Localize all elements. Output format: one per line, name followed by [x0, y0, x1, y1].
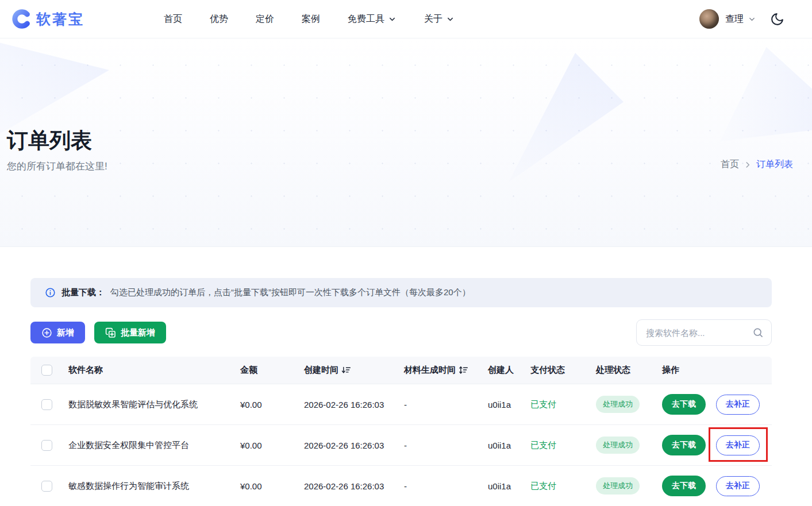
col-header-material-time-label: 材料生成时间: [404, 365, 456, 376]
add-button[interactable]: 新增: [30, 322, 85, 343]
navbar: 软著宝 首页 优势 定价 案例 免费工具 关于 查理: [0, 0, 812, 38]
search-box: [636, 319, 772, 346]
batch-add-button-label: 批量新增: [121, 327, 155, 338]
created-time-cell: 2026-02-26 16:26:03: [304, 481, 404, 491]
download-button[interactable]: 去下载: [662, 435, 706, 455]
correct-button-wrap: 去补正: [716, 435, 760, 455]
row-checkbox[interactable]: [41, 481, 52, 492]
amount-cell: ¥0.00: [240, 481, 304, 491]
process-status-badge: 处理成功: [596, 396, 640, 413]
nav-item-free-tools[interactable]: 免费工具: [348, 13, 397, 25]
software-name-cell: 企业数据安全权限集中管控平台: [68, 440, 240, 451]
material-time-cell: -: [404, 481, 488, 491]
notice-text: 勾选已处理成功的订单后，点击“批量下载”按钮即可一次性下载多个订单文件（每次最多…: [110, 287, 471, 298]
breadcrumb-home[interactable]: 首页: [721, 159, 739, 171]
row-checkbox-cell: [30, 399, 68, 410]
page-title: 订单列表: [7, 126, 92, 155]
user-menu-chevron-icon[interactable]: [748, 15, 756, 24]
creator-cell: u0ii1a: [488, 481, 530, 491]
correct-button[interactable]: 去补正: [716, 476, 760, 496]
orders-table: 软件名称 金额 创建时间 材料生成时间 创建人 支付状态 处理状态: [30, 357, 772, 506]
add-button-label: 新增: [57, 327, 74, 338]
search-icon[interactable]: [752, 327, 764, 338]
info-icon: [45, 287, 56, 298]
select-all-checkbox[interactable]: [41, 365, 52, 376]
brand-c-icon: [11, 9, 31, 29]
col-header-material-time[interactable]: 材料生成时间: [404, 365, 488, 376]
col-header-operations: 操作: [662, 365, 772, 376]
plus-circle-icon: [41, 327, 52, 338]
row-checkbox-cell: [30, 481, 68, 492]
correct-button-wrap: 去补正: [716, 476, 760, 496]
breadcrumb: 首页 订单列表: [721, 159, 793, 171]
col-header-creator: 创建人: [488, 365, 530, 376]
process-status-cell: 处理成功: [596, 437, 662, 454]
main-content: 批量下载： 勾选已处理成功的订单后，点击“批量下载”按钮即可一次性下载多个订单文…: [0, 247, 812, 506]
search-input[interactable]: [636, 319, 772, 346]
process-status-badge: 处理成功: [596, 477, 640, 495]
material-time-cell: -: [404, 400, 488, 410]
table-body: 数据脱敏效果智能评估与优化系统 ¥0.00 2026-02-26 16:26:0…: [30, 384, 772, 506]
breadcrumb-current[interactable]: 订单列表: [756, 159, 793, 171]
actions-cell: 去下载 去补正: [662, 435, 772, 455]
page: 软著宝 首页 优势 定价 案例 免费工具 关于 查理: [0, 0, 812, 506]
nav-item-about-label: 关于: [424, 13, 442, 25]
table-row: 企业数据安全权限集中管控平台 ¥0.00 2026-02-26 16:26:03…: [30, 425, 772, 466]
created-time-cell: 2026-02-26 16:26:03: [304, 400, 404, 410]
correct-button-wrap: 去补正: [716, 395, 760, 415]
sort-unsorted-icon[interactable]: [459, 365, 468, 375]
nav-item-about[interactable]: 关于: [424, 13, 455, 25]
nav-item-home[interactable]: 首页: [164, 13, 182, 25]
row-checkbox-cell: [30, 440, 68, 451]
download-button[interactable]: 去下载: [662, 476, 706, 496]
col-header-pay-status: 支付状态: [530, 365, 596, 376]
copy-plus-icon: [105, 327, 116, 338]
toolbar: 新增 批量新增: [30, 319, 772, 346]
nav-item-free-tools-label: 免费工具: [348, 13, 384, 25]
dark-mode-toggle-moon-icon[interactable]: [770, 12, 784, 26]
chevron-right-icon: [744, 161, 752, 169]
amount-cell: ¥0.00: [240, 400, 304, 410]
page-subtitle: 您的所有订单都在这里!: [7, 160, 107, 173]
nav-item-pricing[interactable]: 定价: [256, 13, 274, 25]
col-header-process-status: 处理状态: [596, 365, 662, 376]
actions-cell: 去下载 去补正: [662, 394, 772, 415]
pay-status-cell: 已支付: [530, 440, 596, 451]
batch-add-button[interactable]: 批量新增: [94, 322, 166, 343]
row-checkbox[interactable]: [41, 399, 52, 410]
avatar[interactable]: [699, 9, 719, 29]
created-time-cell: 2026-02-26 16:26:03: [304, 441, 404, 450]
correct-button[interactable]: 去补正: [716, 395, 760, 415]
chevron-down-icon: [446, 15, 455, 24]
pay-status-cell: 已支付: [530, 399, 596, 410]
pay-status-cell: 已支付: [530, 481, 596, 492]
download-button[interactable]: 去下载: [662, 394, 706, 415]
creator-cell: u0ii1a: [488, 441, 530, 450]
nav-links: 首页 优势 定价 案例 免费工具 关于: [164, 13, 455, 25]
batch-download-notice: 批量下载： 勾选已处理成功的订单后，点击“批量下载”按钮即可一次性下载多个订单文…: [30, 278, 772, 307]
notice-label: 批量下载：: [61, 287, 105, 298]
amount-cell: ¥0.00: [240, 441, 304, 450]
decorative-triangle: [509, 53, 624, 182]
toolbar-buttons: 新增 批量新增: [30, 322, 166, 343]
process-status-cell: 处理成功: [596, 396, 662, 413]
chevron-down-icon: [388, 15, 397, 24]
process-status-cell: 处理成功: [596, 477, 662, 495]
col-header-amount: 金额: [240, 365, 304, 376]
col-header-software-name: 软件名称: [68, 365, 240, 376]
row-checkbox[interactable]: [41, 440, 52, 451]
sort-descending-icon[interactable]: [341, 365, 351, 375]
actions-cell: 去下载 去补正: [662, 476, 772, 496]
navbar-right: 查理: [699, 9, 784, 29]
nav-item-cases[interactable]: 案例: [302, 13, 320, 25]
correct-button[interactable]: 去补正: [716, 435, 760, 455]
nav-item-advantages[interactable]: 优势: [210, 13, 228, 25]
hero-section: 订单列表 您的所有订单都在这里! 首页 订单列表: [0, 38, 812, 247]
col-header-created-time-label: 创建时间: [304, 365, 338, 376]
material-time-cell: -: [404, 441, 488, 450]
col-header-created-time[interactable]: 创建时间: [304, 365, 404, 376]
brand-logo[interactable]: 软著宝: [11, 9, 84, 29]
software-name-cell: 敏感数据操作行为智能审计系统: [68, 481, 240, 492]
user-name[interactable]: 查理: [725, 13, 744, 25]
software-name-cell: 数据脱敏效果智能评估与优化系统: [68, 399, 240, 410]
